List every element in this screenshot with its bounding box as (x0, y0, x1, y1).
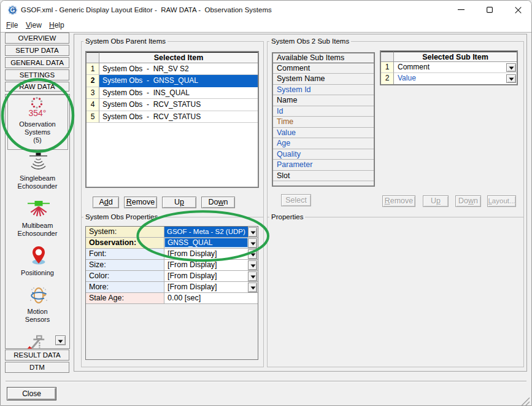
svg-text:G: G (10, 7, 15, 14)
